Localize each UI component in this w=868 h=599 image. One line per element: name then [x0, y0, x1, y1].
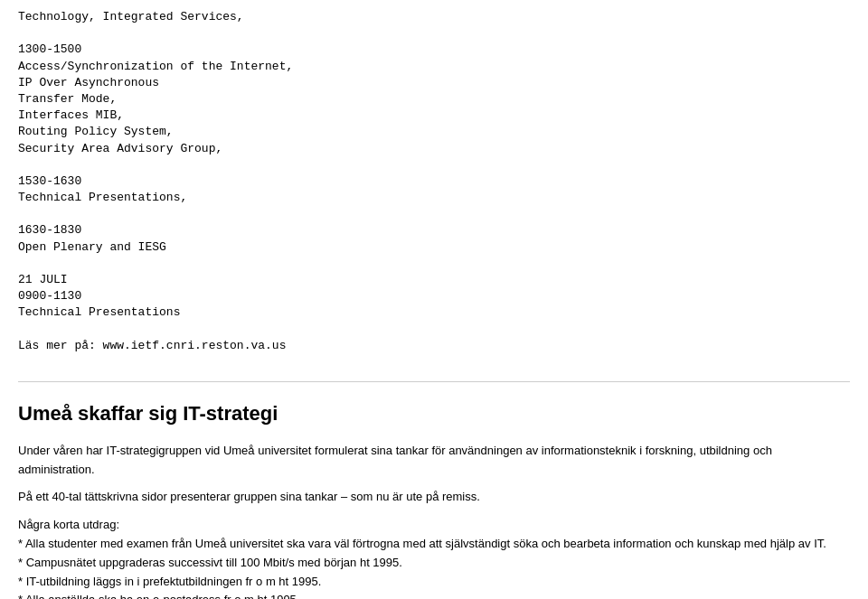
top-content: Technology, Integrated Services, 1300-15…: [18, 9, 850, 354]
article-title: Umeå skaffar sig IT-strategi: [18, 400, 850, 428]
article-section: Umeå skaffar sig IT-strategi Under våren…: [18, 400, 850, 599]
article-paragraph-3: Några korta utdrag: * Alla studenter med…: [18, 516, 850, 599]
article-paragraph-1: Under våren har IT-strategigruppen vid U…: [18, 442, 850, 480]
article-body: Under våren har IT-strategigruppen vid U…: [18, 442, 850, 599]
top-section: Technology, Integrated Services, 1300-15…: [18, 9, 850, 363]
section-divider: [18, 381, 850, 382]
article-paragraph-2: På ett 40-tal tättskrivna sidor presente…: [18, 488, 850, 507]
